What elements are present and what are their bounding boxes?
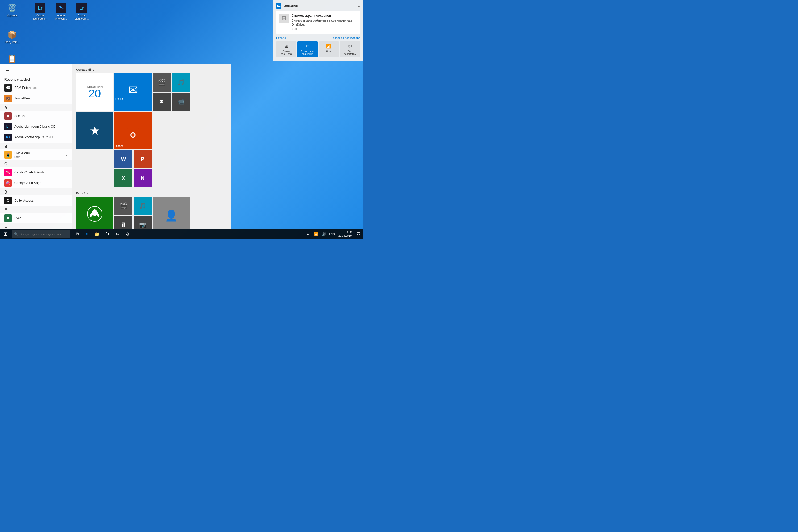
app-item-dolby[interactable]: D Dolby Access [0,195,72,206]
tunnelbear-name: TunnelBear [14,97,31,100]
notif-collapse-btn[interactable]: ∧ [358,4,360,8]
star-icon: ★ [90,124,100,137]
candy-saga-name: Candy Crush Saga [14,181,41,185]
app-item-candy-friends[interactable]: 🍬 Candy Crush Friends [0,167,72,178]
video-icon: 🎬 [153,73,171,92]
taskbar-volume-icon[interactable]: 🔊 [320,229,328,240]
notif-header: OneDrive ∧ [276,3,360,8]
taskbar-mail[interactable]: ✉ [113,229,122,240]
office-logo-icon: O [126,128,140,144]
app-item-blackberry[interactable]: 📱 BlackBerry New ∨ [0,150,72,160]
tile-calc[interactable]: 🖩 [153,93,171,111]
search-input[interactable] [20,232,62,236]
dolby-name: Dolby Access [14,199,34,203]
office-suite-tiles: O Office W P X [114,112,152,187]
taskbar-chevron[interactable]: ∧ [304,229,312,240]
lightroom-name: Adobe Lightroom Classic CC [14,125,55,129]
taskbar-task-view[interactable]: ⧉ [72,229,82,240]
taskbar-lang[interactable]: ENG [328,229,336,240]
quick-rotate-lock[interactable]: ↻ Блокировкавращения [298,41,318,58]
recycle-bin-icon: 🗑️ [7,3,17,13]
search-bar[interactable]: 🔍 [12,230,70,238]
blackberry-icon: 📱 [4,151,12,158]
blackberry-name: BlackBerry [14,151,30,155]
app-item-excel[interactable]: X Excel [0,213,72,224]
taskbar-clock[interactable]: 3:39 20.05.2019 [337,230,353,238]
app-item-candy-saga[interactable]: 🍭 Candy Crush Saga [0,178,72,188]
alpha-d: D [0,188,72,195]
recently-added-label: Recently added [0,76,72,82]
start-button[interactable]: ⊞ [0,229,11,240]
desktop-icon-lightroom2[interactable]: Lr AdobeLightroom... [72,3,91,20]
start-menu-left: ☰ Recently added 💬 BBM Enterprise 🐻 Tunn… [0,64,72,229]
powerpoint-icon: P [134,150,152,168]
photoshop-label: AdobePhotosh... [55,14,67,20]
taskbar-right: ∧ 📶 🔊 ENG 3:39 20.05.2019 🗨 [304,229,363,240]
tile-video[interactable]: 🎬 [153,73,171,92]
tile-onenote[interactable]: N [134,169,152,187]
tile-webcam[interactable]: 📹 [172,93,190,111]
tile-favorites[interactable]: ★ [76,112,113,149]
tile-office[interactable]: O Office [114,112,152,149]
tile-movies[interactable]: 🎬 [114,197,132,215]
app-item-photoshop[interactable]: Ps Adobe Photoshop CC 2017 [0,132,72,142]
notif-footer: Expand Clear all notifications [276,36,360,39]
lightroom-list-icon: Lr [4,123,12,130]
expand-btn[interactable]: Expand [276,36,286,39]
taskbar-store[interactable]: 🛍 [103,229,112,240]
access-icon: A [4,112,12,120]
photoshop-icon: Ps [56,3,66,13]
app-list: 💬 BBM Enterprise 🐻 TunnelBear A A A [0,82,72,229]
tile-excel-tile[interactable]: X [114,169,132,187]
tile-music2[interactable]: 🎵 [134,197,152,215]
lightroom1-icon: Lr [35,3,45,13]
alpha-c: C [0,160,72,167]
photoshop-name: Adobe Photoshop CC 2017 [14,135,53,139]
desktop-icon-photoshop[interactable]: Ps AdobePhotosh... [52,3,70,20]
app-item-access[interactable]: A Access [0,111,72,121]
tile-cam2[interactable]: 📷 [134,216,152,229]
taskbar-action-center[interactable]: 🗨 [354,229,362,240]
alpha-b: B [0,142,72,150]
tile-powerpoint[interactable]: P [134,150,152,168]
small-tiles-col: 🎬 🎵 🖩 📹 [153,73,190,111]
tile-photos[interactable]: 👤 Фотог... [153,197,190,229]
taskbar-network-icon[interactable]: 📶 [312,229,320,240]
taskbar-explorer[interactable]: 📁 [93,229,102,240]
desktop-icons-row2: 📦 Free_Trakt... [3,29,21,44]
app-item-lightroom[interactable]: Lr Adobe Lightroom Classic CC [0,121,72,132]
tile-calc2[interactable]: 🖩 [114,216,132,229]
app-item-bbm[interactable]: 💬 BBM Enterprise [0,82,72,93]
quick-settings[interactable]: ⚙ Всепараметры [340,41,360,58]
desktop-icon-recycle[interactable]: 🗑️ Корзина [3,3,21,20]
lightroom2-label: AdobeLightroom... [75,14,89,20]
tile-mail[interactable]: ✉ Почта [114,73,152,111]
tile-xbox[interactable]: Xbox [76,197,113,229]
calc-icon: 🖩 [153,93,171,111]
desktop-icon-free-traktor[interactable]: 📦 Free_Trakt... [3,29,21,44]
tile-word[interactable]: W [114,150,132,168]
tile-calendar[interactable]: понедельник 20 [76,73,113,111]
notif-body: Снимок экрана добавлен в ваше хранилище … [291,19,357,27]
desktop-icons-row1: 🗑️ Корзина Lr AdobeLightroom... Ps Adobe… [3,3,91,20]
music2-icon: 🎵 [139,203,146,209]
quick-network[interactable]: 📶 Сеть [319,41,339,58]
clear-all-btn[interactable]: Clear all notifications [333,36,360,39]
app-item-tunnelbear[interactable]: 🐻 TunnelBear [0,93,72,104]
alpha-e: E [0,206,72,213]
tile-groove[interactable]: 🎵 [172,73,190,92]
taskbar-settings[interactable]: ⚙ [123,229,132,240]
play-tiles-grid: Xbox 🎬 🎵 🖩 [76,197,227,229]
hamburger-menu[interactable]: ☰ [4,67,10,74]
office-tile-label: Office [114,144,125,148]
desktop-icon-lightroom1[interactable]: Lr AdobeLightroom... [31,3,50,20]
settings-label: Всепараметры [344,50,356,56]
clock-time: 3:39 [347,230,352,234]
settings-icon: ⚙ [348,44,352,49]
create-tiles-grid: понедельник 20 ✉ Почта 🎬 [76,73,227,187]
notif-thumb: 🖼 [279,14,289,23]
taskbar-system-icons: ∧ 📶 🔊 ENG [304,229,336,240]
recycle-bin-label: Корзина [7,14,17,17]
taskbar-edge[interactable]: e [82,229,92,240]
quick-tablet-mode[interactable]: ⊞ Режимпланшета [276,41,296,58]
